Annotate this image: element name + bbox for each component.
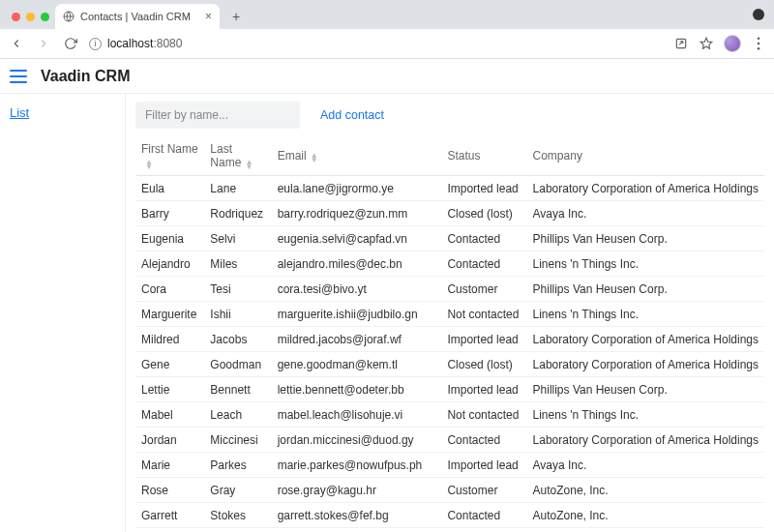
cell-status: Customer [441,277,526,302]
cell-first: Lettie [135,377,204,402]
cell-company: Laboratory Corporation of America Holdin… [527,176,764,201]
new-tab-button[interactable]: + [225,6,247,27]
cell-first: Marie [135,453,204,478]
profile-avatar[interactable] [724,35,741,52]
cell-status: Contacted [441,226,526,251]
table-row[interactable]: BarbaraMatthieubarbara.matthieu@derwogi.… [135,528,764,533]
table-row[interactable]: MildredJacobsmildred.jacobs@joraf.wfImpo… [135,327,764,352]
cell-company: Laboratory Corporation of America Holdin… [527,428,764,453]
window-maximize-icon[interactable] [41,13,49,21]
cell-status: Imported lead [441,453,526,478]
svg-marker-2 [700,38,712,48]
cell-last: Parkes [204,453,271,478]
cell-last: Goodman [204,352,271,377]
cell-status: Contacted [441,503,526,528]
window-close-icon[interactable] [12,13,20,21]
filter-input[interactable] [135,102,300,129]
cell-first: Mildred [135,327,204,352]
table-row[interactable]: MabelLeachmabel.leach@lisohuje.viNot con… [135,402,764,428]
col-status[interactable]: Status [441,136,526,176]
sidebar-item-list[interactable]: List [10,105,125,120]
window-minimize-icon[interactable] [26,13,35,21]
col-last-name[interactable]: Last Name▲▼ [204,136,271,176]
table-row[interactable]: JordanMiccinesijordan.miccinesi@duod.gyC… [135,428,764,453]
cell-email: eula.lane@jigrormo.ye [272,176,442,201]
cell-company: Linens 'n Things Inc. [527,302,764,327]
col-email[interactable]: Email▲▼ [272,136,442,176]
cell-status: Closed (lost) [441,528,526,533]
cell-email: mildred.jacobs@joraf.wf [272,327,442,352]
sort-icon: ▲▼ [311,152,318,162]
table-row[interactable]: EugeniaSelvieugenia.selvi@capfad.vnConta… [135,226,764,251]
close-icon[interactable]: × [205,10,212,23]
cell-last: Leach [204,402,271,428]
cell-first: Barbara [135,528,204,533]
cell-status: Not contacted [441,302,526,327]
cell-company: Linens 'n Things Inc. [527,402,764,428]
cell-last: Jacobs [204,327,271,352]
cell-email: rose.gray@kagu.hr [272,478,442,503]
cell-company: Avaya Inc. [527,201,764,226]
cell-last: Miles [204,251,271,277]
sort-icon: ▲▼ [145,159,153,168]
cell-first: Jordan [135,428,204,453]
hamburger-icon[interactable] [10,70,27,83]
cell-status: Closed (lost) [441,352,526,377]
menu-icon[interactable] [751,36,766,51]
table-row[interactable]: GeneGoodmangene.goodman@kem.tlClosed (lo… [135,352,764,377]
cell-status: Contacted [441,428,526,453]
cell-last: Rodriquez [204,201,271,226]
cell-first: Barry [135,201,204,226]
add-contact-button[interactable]: Add contact [310,102,395,129]
cell-first: Rose [135,478,204,503]
col-first-name[interactable]: First Name▲▼ [135,136,204,176]
cell-email: cora.tesi@bivo.yt [272,277,442,302]
cell-first: Eula [135,176,204,201]
table-row[interactable]: RoseGrayrose.gray@kagu.hrCustomerAutoZon… [135,478,764,503]
table-row[interactable]: MargueriteIshiimarguerite.ishii@judbilo.… [135,302,764,327]
globe-icon [63,11,74,22]
cell-last: Miccinesi [204,428,271,453]
cell-email: alejandro.miles@dec.bn [272,251,442,277]
cell-last: Matthieu [204,528,271,533]
cell-company: Phillips Van Heusen Corp. [527,377,764,402]
svg-point-5 [758,47,760,50]
address-bar[interactable]: i localhost:8080 [89,37,664,50]
cell-first: Alejandro [135,251,204,277]
back-button[interactable] [8,35,25,52]
cell-status: Not contacted [441,402,526,428]
browser-chrome: Contacts | Vaadin CRM × + i localhost:80… [0,0,774,59]
cell-email: mabel.leach@lisohuje.vi [272,402,442,428]
cell-status: Imported lead [441,327,526,352]
reload-button[interactable] [62,35,79,52]
table-row[interactable]: MarieParkesmarie.parkes@nowufpus.phImpor… [135,453,764,478]
cell-company: Laboratory Corporation of America Holdin… [527,327,764,352]
table-row[interactable]: GarrettStokesgarrett.stokes@fef.bgContac… [135,503,764,528]
sort-icon: ▲▼ [245,159,253,168]
cell-first: Mabel [135,402,204,428]
cell-last: Gray [204,478,271,503]
cell-email: marguerite.ishii@judbilo.gn [272,302,442,327]
filter-row: Add contact [135,102,764,129]
col-company[interactable]: Company [527,136,764,176]
table-row[interactable]: LettieBennettlettie.bennett@odeter.bbImp… [135,377,764,402]
site-info-icon[interactable]: i [89,38,102,50]
window-controls [6,13,55,29]
table-row[interactable]: BarryRodriquezbarry.rodriquez@zun.mmClos… [135,201,764,226]
table-row[interactable]: AlejandroMilesalejandro.miles@dec.bnCont… [135,251,764,277]
cell-company: Avaya Inc. [527,453,764,478]
table-row[interactable]: EulaLaneeula.lane@jigrormo.yeImported le… [135,176,764,201]
forward-button[interactable] [35,35,52,52]
cell-email: gene.goodman@kem.tl [272,352,442,377]
browser-tab[interactable]: Contacts | Vaadin CRM × [55,4,220,29]
share-icon[interactable] [673,36,689,51]
cell-status: Contacted [441,251,526,277]
star-icon[interactable] [699,36,714,51]
tab-strip: Contacts | Vaadin CRM × + [0,0,774,29]
contacts-table: First Name▲▼ Last Name▲▼ Email▲▼ Status … [135,136,764,532]
cell-last: Lane [204,176,271,201]
extension-icon[interactable] [753,9,764,20]
table-row[interactable]: CoraTesicora.tesi@bivo.ytCustomerPhillip… [135,277,764,302]
sidebar: List [0,94,126,532]
cell-email: garrett.stokes@fef.bg [272,503,442,528]
